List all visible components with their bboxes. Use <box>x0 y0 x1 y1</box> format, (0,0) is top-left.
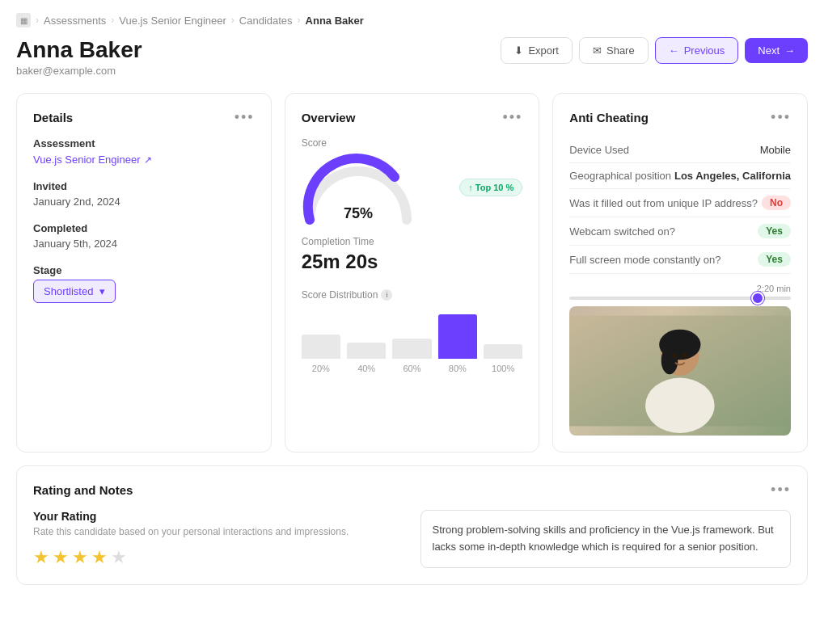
rating-content: Your Rating Rate this candidate based on… <box>33 510 791 568</box>
score-section: 75% ↑ Top 10 % <box>302 155 523 220</box>
overview-more-icon[interactable]: ••• <box>502 110 522 124</box>
ac-fullscreen-label: Full screen mode constantly on? <box>569 254 720 266</box>
candidate-email: baker@example.com <box>16 65 142 77</box>
ac-ip-row: Was it filled out from unique IP address… <box>569 189 791 217</box>
gauge-chart: 75% <box>302 155 415 220</box>
ac-geo-row: Geographical position Los Angeles, Calif… <box>569 163 791 189</box>
rating-notes-title: Rating and Notes <box>33 483 133 497</box>
bar-label-100: 100% <box>484 364 522 373</box>
candidate-photo <box>569 306 791 436</box>
export-button[interactable]: ⬇ Export <box>501 37 573 64</box>
bar-label-40: 40% <box>347 364 386 373</box>
svg-point-5 <box>645 378 715 433</box>
ac-device-value: Mobile <box>760 144 791 156</box>
rating-left: Your Rating Rate this candidate based on… <box>33 510 404 568</box>
bar-20 <box>302 335 340 359</box>
bar-label-80: 80% <box>438 364 477 373</box>
details-more-icon[interactable]: ••• <box>235 110 255 124</box>
ac-webcam-badge: Yes <box>758 224 791 238</box>
breadcrumb-current: Anna Baker <box>306 15 364 27</box>
bar-label-60: 60% <box>392 364 431 373</box>
breadcrumb-assessments[interactable]: Assessments <box>44 15 106 27</box>
completed-value: January 5th, 2024 <box>33 238 255 250</box>
assessment-label: Assessment <box>33 137 255 149</box>
invited-label: Invited <box>33 180 255 192</box>
page-title: Anna Baker <box>16 37 142 63</box>
breadcrumb-assessment-name[interactable]: Vue.js Senior Engineer <box>119 15 226 27</box>
share-button[interactable]: ✉ Share <box>579 37 649 64</box>
anti-cheating-card: Anti Cheating ••• Device Used Mobile Geo… <box>552 93 808 452</box>
ac-device-label: Device Used <box>569 144 629 156</box>
notes-text[interactable]: Strong problem-solving skills and profic… <box>420 510 792 568</box>
bar-40 <box>347 343 386 359</box>
breadcrumb-candidates[interactable]: Candidates <box>239 15 293 27</box>
ac-webcam-label: Webcam switched on? <box>569 225 675 238</box>
top-badge: ↑ Top 10 % <box>459 179 522 196</box>
bar-80 <box>438 314 477 359</box>
score-bars <box>302 310 523 359</box>
completed-label: Completed <box>33 222 255 234</box>
previous-button[interactable]: ← Previous <box>655 37 739 64</box>
anti-cheating-header: Anti Cheating ••• <box>569 110 791 124</box>
ac-device-row: Device Used Mobile <box>569 137 791 163</box>
candidate-info: Anna Baker baker@example.com <box>16 37 142 77</box>
star-2[interactable]: ★ <box>53 547 69 568</box>
arrow-left-icon: ← <box>669 44 679 57</box>
timeline-bar <box>569 297 791 300</box>
bar-labels: 20% 40% 60% 80% 100% <box>302 364 523 373</box>
ac-fullscreen-row: Full screen mode constantly on? Yes <box>569 246 791 274</box>
star-3[interactable]: ★ <box>72 547 88 568</box>
star-rating[interactable]: ★ ★ ★ ★ ★ <box>33 547 404 568</box>
next-button[interactable]: Next → <box>745 38 808 63</box>
info-icon: i <box>381 289 392 301</box>
details-card-header: Details ••• <box>33 110 255 124</box>
cards-row: Details ••• Assessment Vue.js Senior Eng… <box>16 93 808 452</box>
page-header: Anna Baker baker@example.com ⬇ Export ✉ … <box>16 37 808 77</box>
rating-desc: Rate this candidate based on your person… <box>33 526 404 537</box>
ac-geo-value: Los Angeles, California <box>674 170 791 182</box>
invited-value: January 2nd, 2024 <box>33 196 255 208</box>
anti-cheating-more-icon[interactable]: ••• <box>771 110 791 124</box>
stage-row: Stage Shortlisted ▾ <box>33 264 255 303</box>
rating-more-icon[interactable]: ••• <box>771 482 791 497</box>
stage-dropdown[interactable]: Shortlisted ▾ <box>33 280 116 303</box>
anti-cheating-title: Anti Cheating <box>569 111 649 124</box>
stage-label: Stage <box>33 264 255 276</box>
score-label: Score <box>302 137 523 149</box>
arrow-right-icon: → <box>784 44 795 57</box>
completion-time: Completion Time 25m 20s <box>302 236 523 273</box>
header-actions: ⬇ Export ✉ Share ← Previous Next → <box>501 37 808 64</box>
star-4[interactable]: ★ <box>91 547 108 568</box>
details-card: Details ••• Assessment Vue.js Senior Eng… <box>16 93 272 452</box>
completion-label: Completion Time <box>302 236 523 247</box>
ac-ip-label: Was it filled out from unique IP address… <box>569 197 758 209</box>
breadcrumb: ▦ › Assessments › Vue.js Senior Engineer… <box>16 13 808 27</box>
bar-label-20: 20% <box>302 364 340 373</box>
timeline-area: 2:20 min <box>569 284 791 300</box>
star-5[interactable]: ★ <box>111 547 127 568</box>
ac-geo-label: Geographical position <box>569 170 671 182</box>
rating-notes-card: Rating and Notes ••• Your Rating Rate th… <box>16 465 808 585</box>
home-icon: ▦ <box>16 13 31 27</box>
svg-text:75%: 75% <box>344 205 373 221</box>
timeline-dot <box>751 292 764 305</box>
svg-point-4 <box>661 347 678 374</box>
ac-webcam-row: Webcam switched on? Yes <box>569 217 791 246</box>
overview-title: Overview <box>302 111 356 124</box>
svg-point-7 <box>683 353 687 359</box>
bar-60 <box>392 339 431 359</box>
svg-point-6 <box>674 353 678 359</box>
overview-card: Overview ••• Score 75% ↑ Top 10 % Comp <box>285 93 540 452</box>
bar-100 <box>484 344 522 359</box>
chevron-down-icon: ▾ <box>99 285 105 297</box>
star-1[interactable]: ★ <box>33 547 49 568</box>
ac-fullscreen-badge: Yes <box>758 252 791 267</box>
assessment-link[interactable]: Vue.js Senior Engineer ↗ <box>33 154 152 166</box>
score-distribution-label: Score Distribution i <box>302 289 523 301</box>
external-link-icon: ↗ <box>144 154 152 166</box>
rating-notes-header: Rating and Notes ••• <box>33 482 791 497</box>
your-rating-label: Your Rating <box>33 510 404 523</box>
share-icon: ✉ <box>593 44 602 57</box>
overview-card-header: Overview ••• <box>302 110 523 124</box>
completed-row: Completed January 5th, 2024 <box>33 222 255 250</box>
